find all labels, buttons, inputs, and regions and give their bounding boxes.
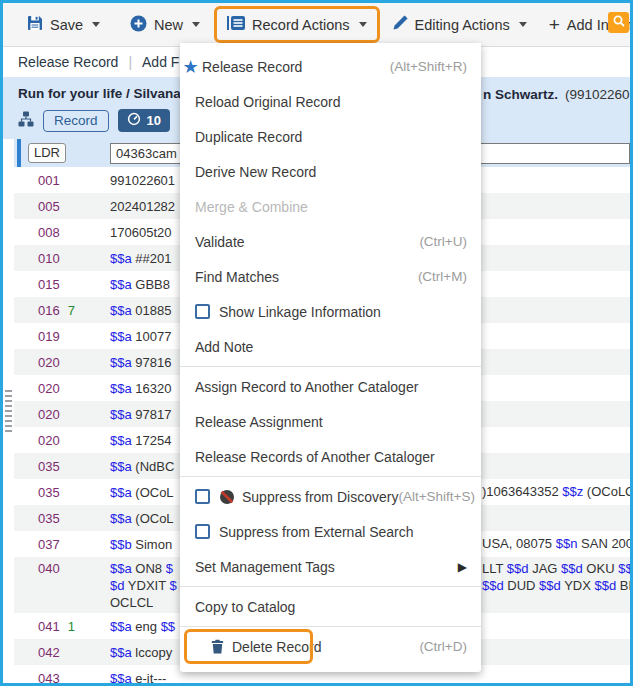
field-tag: 001 [38, 173, 60, 188]
menu-item-suppress-from-external-search[interactable]: Suppress from External Search [180, 514, 481, 549]
menu-divider [180, 586, 481, 587]
shortcut-hint: (Alt+Shift+S) [398, 489, 475, 504]
field-tag: 020 [38, 407, 60, 422]
menu-item-label: Show Linkage Information [219, 304, 381, 320]
field-tag: 035 [38, 485, 60, 500]
field-value-overflow: USA, 08075 $$n SAN 200- [482, 535, 630, 552]
menu-item-suppress-from-discovery[interactable]: Suppress from Discovery(Alt+Shift+S) [180, 479, 481, 514]
search-button[interactable] [608, 12, 629, 33]
menu-item-label: Reload Original Record [195, 94, 341, 110]
menu-item-delete-record[interactable]: Delete Record(Ctrl+D) [180, 629, 481, 664]
search-icon [612, 14, 626, 32]
save-button[interactable]: Save [27, 15, 100, 34]
menu-divider [180, 476, 481, 477]
menu-item-release-records-of-another-cataloger[interactable]: Release Records of Another Cataloger [180, 439, 481, 474]
menu-item-label: Duplicate Record [195, 129, 302, 145]
new-button[interactable]: New [130, 15, 200, 35]
chevron-down-icon [359, 22, 367, 27]
menu-item-label: Validate [195, 234, 245, 250]
save-label: Save [50, 17, 83, 33]
field-tag: 020 [38, 433, 60, 448]
menu-item-label: Release Assignment [195, 414, 323, 430]
checkbox-unchecked[interactable] [195, 524, 210, 539]
record-actions-menu: ★Release Record(Alt+Shift+R)Reload Origi… [180, 43, 481, 672]
menu-item-show-linkage-information[interactable]: Show Linkage Information [180, 294, 481, 329]
field-tag: 020 [38, 381, 60, 396]
record-actions-label: Record Actions [252, 17, 350, 33]
toolbar: Save New Record Actions Editing Actions [3, 3, 630, 47]
shortcut-hint: (Ctrl+U) [419, 234, 467, 249]
shortcut-hint: (Ctrl+M) [418, 269, 467, 284]
field-indicator: 7 [68, 303, 75, 318]
menu-item-find-matches[interactable]: Find Matches(Ctrl+M) [180, 259, 481, 294]
field-tag: 041 [38, 619, 60, 634]
pencil-icon [392, 15, 408, 34]
menu-item-label: Assign Record to Another Cataloger [195, 379, 418, 395]
chevron-down-icon [92, 22, 100, 27]
field-tag: 019 [38, 329, 60, 344]
menu-item-reload-original-record[interactable]: Reload Original Record [180, 84, 481, 119]
menu-item-release-assignment[interactable]: Release Assignment [180, 404, 481, 439]
record-type-badge[interactable]: Record [43, 110, 109, 132]
pane-drag-handle[interactable] [5, 390, 12, 432]
quicklink-release-record[interactable]: Release Record [18, 54, 118, 70]
menu-item-set-management-tags[interactable]: Set Management Tags▶ [180, 549, 481, 584]
menu-item-merge-combine: Merge & Combine [180, 189, 481, 224]
menu-item-copy-to-catalog[interactable]: Copy to Catalog [180, 589, 481, 624]
editing-actions-button[interactable]: Editing Actions [392, 15, 527, 34]
shortcut-hint: (Ctrl+D) [419, 639, 467, 654]
brief-level-badge: 10 [118, 109, 170, 132]
chevron-down-icon [192, 22, 200, 27]
save-icon [27, 15, 43, 34]
trash-icon [210, 639, 225, 654]
field-tag: 042 [38, 645, 60, 660]
plus-circle-icon [130, 15, 147, 35]
menu-item-assign-record-to-another-cataloger[interactable]: Assign Record to Another Cataloger [180, 369, 481, 404]
suppress-icon [219, 489, 235, 505]
menu-item-release-record[interactable]: ★Release Record(Alt+Shift+R) [180, 49, 481, 84]
field-tag: 016 [38, 303, 60, 318]
menu-divider [180, 626, 481, 627]
field-value-overflow: $$d DUD $$d YDX $$d BDX [482, 577, 630, 594]
field-indicator: 1 [68, 619, 75, 634]
record-mms-id: (99102260 [565, 87, 630, 102]
record-list-icon [227, 15, 245, 34]
menu-item-label: Set Management Tags [195, 559, 335, 575]
field-tag: 010 [38, 251, 60, 266]
checkbox-unchecked[interactable] [195, 304, 210, 319]
field-tag: 040 [38, 561, 60, 576]
menu-item-label: Derive New Record [195, 164, 316, 180]
field-tag: 035 [38, 511, 60, 526]
record-title-continued: n Schwartz. [483, 87, 558, 102]
menu-item-label: Copy to Catalog [195, 599, 295, 615]
menu-item-add-note[interactable]: Add Note [180, 329, 481, 364]
gauge-icon [127, 112, 141, 129]
menu-item-label: Release Record [202, 59, 302, 75]
metadata-editor-window: Save New Record Actions Editing Actions [0, 0, 633, 686]
field-tag: 035 [38, 459, 60, 474]
menu-item-label: Suppress from External Search [219, 524, 414, 540]
field-value-overflow: LLT $$d JAG $$d OKU $$d [482, 560, 630, 577]
submenu-arrow-icon: ▶ [458, 560, 467, 574]
menu-divider [180, 366, 481, 367]
menu-item-label: Add Note [195, 339, 253, 355]
field-tag: 043 [38, 671, 60, 686]
menu-item-derive-new-record[interactable]: Derive New Record [180, 154, 481, 189]
shortcut-hint: (Alt+Shift+R) [390, 59, 467, 74]
field-tag[interactable]: LDR [28, 143, 66, 163]
field-tag: 008 [38, 225, 60, 240]
quicklink-separator: | [128, 54, 132, 70]
menu-item-duplicate-record[interactable]: Duplicate Record [180, 119, 481, 154]
menu-item-validate[interactable]: Validate(Ctrl+U) [180, 224, 481, 259]
brief-level-value: 10 [147, 113, 161, 128]
field-tag: 015 [38, 277, 60, 292]
checkbox-unchecked[interactable] [195, 489, 210, 504]
menu-item-label: Merge & Combine [195, 199, 308, 215]
plus-icon: + [549, 15, 560, 34]
hierarchy-icon[interactable] [18, 111, 34, 131]
record-actions-button[interactable]: Record Actions [214, 6, 380, 43]
field-tag: 020 [38, 355, 60, 370]
star-icon: ★ [181, 58, 200, 76]
menu-item-label: Suppress from Discovery [242, 489, 398, 505]
chevron-down-icon [519, 22, 527, 27]
